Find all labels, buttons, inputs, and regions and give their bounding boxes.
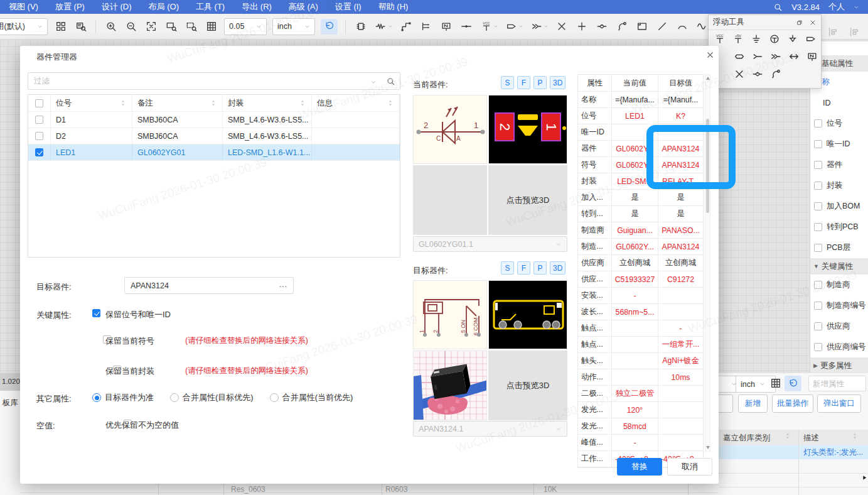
chevron-down-icon[interactable] [518,24,523,29]
select-all-cell[interactable] [28,95,51,111]
sort-icon[interactable] [210,99,217,107]
attr-checkbox[interactable] [814,140,822,148]
scrollbar-thumb[interactable] [706,119,709,213]
filter-history-icon[interactable] [370,78,377,87]
props-row[interactable]: 唯一ID [578,124,703,141]
net-label-icon[interactable] [803,48,821,65]
merge-mode-option[interactable]: 目标器件为准 [92,392,154,403]
radio-label[interactable]: 目标器件为准 [105,392,154,403]
chevron-down-icon[interactable] [854,4,859,10]
target-device-input[interactable] [124,277,294,294]
unit-select[interactable]: inch [272,18,315,35]
props-row[interactable]: 波长...568nm~5... [578,304,703,320]
no-connect-flag-icon[interactable] [554,19,569,34]
plus5v-flag-icon[interactable]: +5V [729,31,747,47]
chassis-ground-icon[interactable] [783,31,801,47]
props-row[interactable]: 加入...是是 [578,190,703,206]
place-port-icon[interactable] [504,19,518,34]
port-double-chevron-icon[interactable] [766,48,785,65]
attr-checkbox[interactable] [814,281,822,289]
mode-button-s[interactable]: S [501,261,514,275]
zoom-in-icon[interactable] [104,19,118,34]
mode-button-p[interactable]: P [533,261,547,275]
props-row[interactable]: 转到...是是 [578,206,703,222]
current-photo-preview[interactable] [413,165,487,235]
sidebar-attr-item[interactable]: 制造商 [810,275,868,295]
attr-checkbox[interactable] [814,244,822,252]
sort-icon[interactable] [387,99,394,107]
props-row[interactable]: 供应...C51933327C91272 [578,271,703,288]
attr-checkbox[interactable] [814,182,822,190]
sort-icon[interactable] [851,432,859,442]
props-row[interactable]: 触点...- [578,320,703,337]
expand-right-icon[interactable] [861,474,868,483]
scroll-down-icon[interactable] [706,446,710,449]
zoom-out-icon[interactable] [124,19,138,34]
attr-checkbox[interactable] [814,302,822,310]
draw-line-icon[interactable] [655,19,669,34]
vcc-flag-icon[interactable]: VCC [710,31,729,47]
sidebar-attr-item[interactable]: 转到PCB [810,217,868,237]
row-checkbox-cell[interactable] [28,128,51,144]
place-power-flag-icon[interactable]: VCC [479,19,493,34]
row-checkbox-cell[interactable] [28,144,51,160]
preview-3d-hint[interactable]: 点击预览3D [506,195,550,206]
place-net-port-icon[interactable] [594,19,609,34]
undo-button[interactable] [321,19,338,35]
earth-ground-icon[interactable] [765,31,783,47]
menu-item[interactable]: 工具 (T) [196,1,225,13]
menu-item[interactable]: 布局 (O) [149,1,179,13]
place-port-double-icon[interactable] [529,19,544,34]
props-row[interactable]: 制造...GL0602Y...APAN3124 [578,239,703,255]
port-right-icon[interactable] [801,31,820,47]
mode-button-f[interactable]: F [517,76,530,89]
sidebar-attr-item[interactable]: 唯一ID [810,134,868,155]
replace-button[interactable]: 替换 [617,458,662,476]
sidebar-attr-item[interactable]: 器件 [810,155,868,175]
more-options-button[interactable]: … [279,279,287,289]
popup-window-button[interactable]: 弹出窗口 [817,394,861,413]
target-photo-preview[interactable] [413,351,487,420]
sidebar-attr-item[interactable]: 位号 [810,113,868,134]
mode-button-p[interactable]: P [533,76,547,89]
component-cell[interactable]: D1 [51,112,132,128]
component-cell[interactable]: D2 [51,128,132,144]
row-checkbox[interactable] [35,132,43,140]
current-variant-select[interactable]: GL0602YG01.1 [413,236,567,252]
keep-nonempty-label[interactable]: 优先保留不为空的值 [105,420,179,431]
keep-symbol-label[interactable]: 保留当前符号 [105,335,154,347]
component-cell[interactable]: SMBJ60CA [132,112,223,128]
palette-titlebar[interactable]: 浮动工具 [709,15,821,30]
attr-checkbox[interactable] [814,161,822,169]
column-header[interactable]: 信息 [312,95,400,111]
mode-button-s[interactable]: S [501,76,514,89]
menu-item[interactable]: 导出 (R) [242,1,272,13]
grid-size-select[interactable]: 0.05 [224,18,267,35]
menu-item[interactable]: 设计 (D) [102,1,132,13]
attr-checkbox[interactable] [814,202,822,210]
menu-item[interactable]: 放置 (P) [55,1,85,13]
sidebar-attr-item[interactable]: 封装 [810,175,868,196]
menu-item[interactable]: 帮助 (H) [378,1,409,13]
zoom-window-icon[interactable] [164,19,178,34]
target-variant-select[interactable]: APAN3124.1 [413,421,567,437]
chevron-down-icon[interactable] [544,24,549,29]
props-row[interactable]: 触点...一组常开... [578,337,703,353]
component-cell[interactable] [312,112,400,128]
menu-item[interactable]: 视图 (V) [9,1,38,13]
radio-icon[interactable] [270,393,279,402]
search-icon[interactable] [386,77,395,88]
grid-toggle-icon[interactable] [768,376,783,391]
attr-checkbox[interactable] [814,343,822,351]
menu-item[interactable]: 设置 (I) [335,1,362,13]
props-row[interactable]: 动作...10ms [578,369,703,386]
section-arrow-icon[interactable]: ▶ [813,362,818,369]
props-row[interactable]: 发光...58mcd [578,418,703,435]
sidebar-attr-item[interactable]: PCB层 [810,237,868,258]
account-menu[interactable]: 个人 [828,1,845,13]
props-row[interactable]: 峰值...- [578,435,703,451]
component-cell[interactable] [312,128,400,144]
new-attribute-input[interactable] [808,376,866,391]
sidebar-attr-item[interactable]: 加入BOM [810,196,868,217]
panel-tab-label[interactable]: 板库 [3,398,18,408]
